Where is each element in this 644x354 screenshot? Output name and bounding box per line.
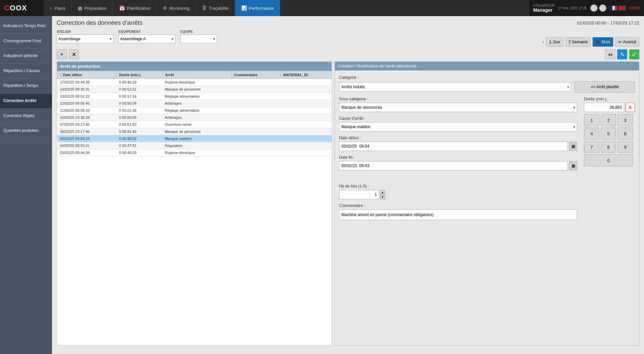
equipement-select[interactable]: Assemblage A: [118, 35, 176, 43]
num-8-button[interactable]: 8: [601, 141, 616, 153]
top-nav: COOX ○ Plans ▦ Préparation 📅 Planificati…: [0, 0, 644, 16]
confirm-button[interactable]: ✓: [629, 49, 639, 59]
num-7-button[interactable]: 7: [584, 141, 599, 153]
spin-up-button[interactable]: ▲: [380, 190, 385, 195]
sidebar-item-repartition-causes[interactable]: Répartition / Causes: [0, 64, 52, 79]
performance-icon: 📊: [241, 5, 247, 11]
date-fin-calendar-button[interactable]: ▦: [569, 161, 577, 170]
col-duree[interactable]: Durée (min.): [116, 71, 162, 79]
cell-material: [281, 128, 332, 135]
table-row[interactable]: 04/02/25 08:55:41 0 00:47:31 Régulation: [57, 142, 332, 149]
cell-arret: Rupture électrique: [162, 149, 231, 156]
cell-duree: 0 00:47:31: [116, 142, 162, 149]
table-row[interactable]: 11/02/25 08:08:10 0 00:21:36 Réglage ali…: [57, 107, 332, 114]
sidebar-item-indicateurs-temps-reel[interactable]: Indicateurs Temps Réel: [0, 19, 52, 34]
cell-material: [281, 79, 332, 86]
table-row[interactable]: 17/02/25 09:44:38 0 00:40:20 Rupture éle…: [57, 79, 332, 86]
cell-date: 07/02/25 10:17:46: [57, 121, 116, 128]
col-material-id[interactable]: MATERIAL_ID: [281, 71, 332, 79]
mois-button[interactable]: 31 Mois: [593, 37, 613, 47]
clear-button[interactable]: X: [626, 103, 635, 112]
nav-item-tracabilite[interactable]: 🗄 Traçabilité: [196, 0, 235, 16]
table-row[interactable]: 06/02/25 10:17:46 0 00:31:40 Manque de p…: [57, 128, 332, 135]
sidebar-item-chronogramme-prod[interactable]: Chronogramme Prod: [0, 34, 52, 49]
table-row[interactable]: 13/02/25 08:51:22 0 00:17:16 Réglage ali…: [57, 93, 332, 100]
move-button[interactable]: ⇔: [605, 49, 615, 59]
nb-fois-input[interactable]: [339, 190, 379, 199]
commentaire-input[interactable]: [339, 209, 577, 220]
num-9-button[interactable]: 9: [617, 141, 633, 153]
cell-duree: 0 00:56:09: [116, 100, 162, 107]
avance-button[interactable]: ⇔ Avancé: [615, 37, 639, 47]
cell-commentaire: [231, 128, 281, 135]
sidebar-item-indicateurs-periode[interactable]: Indicateurs période: [0, 49, 52, 64]
jour-button[interactable]: 1 Jour: [546, 37, 563, 47]
cell-commentaire: [231, 93, 281, 100]
arret-planifie-button[interactable]: => Arrêt planifié: [575, 81, 635, 93]
num-3-button[interactable]: 3: [617, 114, 633, 126]
page-header: Correction des données d'arrêts 01/02/25…: [57, 19, 639, 27]
sidebar-item-correction-arrets[interactable]: Correction Arrêts: [0, 94, 52, 109]
date-fin-input[interactable]: [339, 161, 568, 170]
cell-date: 06/02/25 10:17:46: [57, 128, 116, 135]
cell-commentaire: [231, 107, 281, 114]
equipe-select[interactable]: [180, 35, 217, 43]
date-debut-calendar-button[interactable]: ▦: [569, 142, 577, 151]
add-button[interactable]: +: [57, 49, 67, 59]
table-row[interactable]: 10/02/25 10:36:29 0 00:56:09 Arbitrages: [57, 114, 332, 121]
planification-icon: 📅: [119, 5, 125, 11]
date-debut-input[interactable]: [339, 142, 568, 151]
table-row[interactable]: 12/02/25 09:05:46 0 00:56:09 Arbitrages: [57, 100, 332, 107]
num-1-button[interactable]: 1: [584, 114, 599, 126]
cell-date: 12/02/25 09:05:46: [57, 100, 116, 107]
col-date-debut[interactable]: ↓ Date début: [57, 71, 116, 79]
sidebar-item-correction-rejets[interactable]: Correction Rejets: [0, 109, 52, 124]
col-arret[interactable]: Arrêt: [162, 71, 231, 79]
spin-down-button[interactable]: ▼: [380, 195, 385, 199]
nav-label-plans: Plans: [54, 6, 65, 11]
delete-icon: ✕: [72, 51, 76, 58]
num-4-button[interactable]: 4: [584, 128, 599, 140]
semaine-button[interactable]: 7 Semaine: [565, 37, 591, 47]
atelier-select[interactable]: Assemblage: [57, 35, 114, 43]
num-5-button[interactable]: 5: [601, 128, 616, 140]
table-row[interactable]: 14/02/25 08:35:31 0 00:51:51 Manque de p…: [57, 86, 332, 93]
sidebar: Indicateurs Temps Réel Chronogramme Prod…: [0, 16, 52, 354]
filter-equipe: EQUIPE ▼: [180, 30, 217, 43]
nav-item-planification[interactable]: 📅 Planification: [113, 0, 157, 16]
sous-categorie-select[interactable]: Manque de ressources: [339, 103, 577, 112]
col-commentaire[interactable]: Commentaire: [231, 71, 281, 79]
cell-duree: 0 00:38:53: [116, 135, 162, 142]
table-row[interactable]: 07/02/25 10:17:46 0 00:51:50 Ouverture c…: [57, 121, 332, 128]
add-icon: +: [60, 51, 63, 57]
nav-item-performance[interactable]: 📊 Performance: [235, 0, 280, 16]
nav-item-monitoring[interactable]: ⚙ Monitoring: [157, 0, 196, 16]
cell-duree: 0 00:31:40: [116, 128, 162, 135]
table-row[interactable]: 03/02/25 09:44:38 0 00:40:20 Rupture éle…: [57, 149, 332, 156]
cause-arret-select[interactable]: Manque matière: [339, 122, 577, 132]
num-2-button[interactable]: 2: [601, 114, 616, 126]
calendar2-icon: ▦: [572, 163, 575, 168]
duree-input[interactable]: [584, 103, 624, 112]
table-row[interactable]: 05/02/25 09:04:19 0 00:38:53 Manque mati…: [57, 135, 332, 142]
nb-fois-spinner: ▲ ▼: [380, 190, 385, 199]
delete-button[interactable]: ✕: [69, 49, 79, 59]
sidebar-item-repartition-temps[interactable]: Répartition / Temps: [0, 79, 52, 94]
num-6-button[interactable]: 6: [617, 128, 633, 140]
table-header: Arrêt de production: [57, 62, 332, 71]
nav-item-plans[interactable]: ○ Plans: [44, 0, 72, 16]
nav-item-preparation[interactable]: ▦ Préparation: [72, 0, 113, 16]
sidebar-item-quantites-produites[interactable]: Quantités produites: [0, 123, 52, 139]
cell-material: [281, 149, 332, 156]
categorie-select[interactable]: Arrêts induits: [339, 82, 571, 92]
edit-button[interactable]: ✎: [617, 49, 627, 59]
cell-arret: Manque de personnel: [162, 86, 231, 93]
page-date: 01/02/25 00:00 - 17/02/25 17:22: [577, 20, 639, 26]
nav-prev-icon[interactable]: ‹: [542, 39, 544, 45]
num-0-button[interactable]: 0: [584, 154, 633, 166]
cell-date: 04/02/25 08:55:41: [57, 142, 116, 149]
cell-duree: 0 00:40:20: [116, 79, 162, 86]
move-icon: ⇔: [608, 51, 612, 58]
cell-material: [281, 114, 332, 121]
date-debut-group: Date début : ▦: [339, 136, 577, 151]
